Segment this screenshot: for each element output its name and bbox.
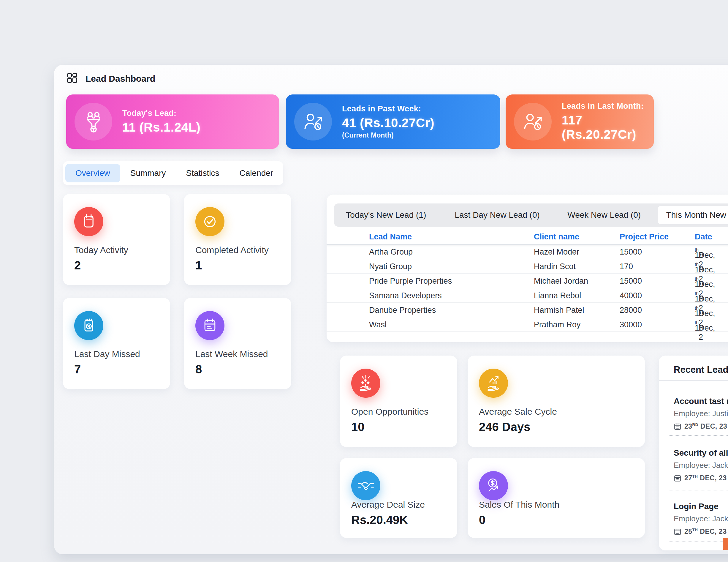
stat-label: Today's Lead: [122, 109, 200, 118]
tab-summary[interactable]: Summary [120, 164, 176, 182]
panel-title: Recent Lead Tas [674, 365, 728, 375]
cell-date: 18th Dec, 2 [695, 291, 699, 300]
list-item[interactable]: Login Page Employee: Jack 25TH DEC, 23 [674, 502, 728, 536]
card-label: Today Activity [74, 245, 128, 255]
divider [659, 380, 728, 381]
feedback-tag-button[interactable] [723, 538, 728, 550]
cell-client-name: Hazel Moder [534, 247, 579, 256]
card-label: Sales Of This Month [479, 500, 559, 510]
lead-table-panel: Today's New Lead (1) Last Day New Lead (… [327, 194, 728, 342]
table-row[interactable]: Artha Group Hazel Moder 15000 18th Dec, … [327, 244, 728, 259]
card-value: 8 [195, 363, 202, 376]
task-date: 23RD DEC, 23 [674, 422, 728, 430]
dotted-divider [668, 542, 728, 542]
cell-project-price: 40000 [620, 291, 642, 300]
column-date: Date [695, 232, 712, 241]
cell-lead-name: Artha Group [369, 247, 413, 256]
stat-label: Leads in Past Week: [342, 104, 434, 113]
cell-project-price: 15000 [620, 276, 642, 286]
tab-overview[interactable]: Overview [65, 164, 120, 182]
cell-date: 18th Dec, 2 [695, 247, 699, 256]
card-average-sale-cycle: Average Sale Cycle 246 Days [468, 356, 645, 447]
cell-date: 18th Dec, 2 [695, 320, 699, 330]
tab-statistics[interactable]: Statistics [176, 164, 230, 182]
calendar-icon [195, 311, 224, 340]
card-label: Last Day Missed [74, 349, 140, 359]
card-label: Last Week Missed [195, 349, 268, 359]
card-label: Open Opportunities [351, 407, 428, 417]
task-title: Account tast ma [674, 397, 728, 406]
calendar-icon [674, 423, 681, 430]
dashboard-grid-icon [66, 72, 78, 84]
table-row[interactable]: Samana Developers Lianna Rebol 40000 18t… [327, 288, 728, 303]
stat-value: 11 (Rs.1.24L) [122, 120, 200, 134]
calendar-icon [674, 528, 681, 536]
cell-client-name: Harmish Patel [534, 306, 584, 315]
table-row[interactable]: Wasl Pratham Roy 30000 18th Dec, 2 [327, 317, 728, 332]
stat-card-leads-past-week: Leads in Past Week: 41 (Rs.10.27Cr) (Cur… [286, 94, 500, 149]
person-growth-icon [514, 103, 552, 140]
card-today-activity: Today Activity 2 [63, 194, 170, 285]
notepad-cross-icon [74, 311, 103, 340]
column-client-name: Client name [534, 232, 579, 241]
table-row[interactable]: Nyati Group Hardin Scot 170 18th Dec, 2 [327, 259, 728, 273]
calendar-icon [674, 474, 681, 482]
hand-stars-icon [351, 369, 380, 398]
tab-calender[interactable]: Calender [230, 164, 284, 182]
stat-card-todays-lead: Today's Lead: 11 (Rs.1.24L) [66, 94, 279, 149]
cell-lead-name: Samana Developers [369, 291, 442, 300]
card-value: 1 [195, 259, 202, 272]
handshake-icon [351, 471, 380, 500]
card-sales-of-this-month: Sales Of This Month 0 [468, 458, 645, 538]
column-lead-name: Lead Name [369, 232, 412, 241]
recent-lead-tasks-panel: Recent Lead Tas Account tast ma Employee… [659, 356, 728, 550]
tab-last-day-new-lead[interactable]: Last Day New Lead (0) [438, 210, 556, 220]
cell-client-name: Lianna Rebol [534, 291, 581, 300]
list-item[interactable]: Account tast ma Employee: Justin 23RD DE… [674, 397, 728, 430]
card-completed-activity: Completed Activity 1 [184, 194, 291, 285]
card-value: Rs.20.49K [351, 513, 408, 527]
lead-funnel-icon [75, 103, 112, 140]
table-header: Lead Name Client name Project Price Date [327, 228, 728, 245]
tab-this-month-new-lead[interactable]: This Month New Lea [658, 206, 728, 224]
tab-week-new-lead[interactable]: Week New Lead (0) [556, 210, 652, 220]
card-value: 10 [351, 420, 365, 434]
dollar-growth-icon [479, 471, 508, 500]
card-value: 2 [74, 259, 81, 272]
card-value: 7 [74, 363, 81, 376]
card-average-deal-size: Average Deal Size Rs.20.49K [340, 458, 457, 538]
check-circle-icon [195, 207, 224, 236]
stat-value: 41 (Rs.10.27Cr) [342, 116, 434, 130]
column-project-price: Project Price [620, 232, 669, 241]
cell-client-name: Michael Jordan [534, 276, 588, 286]
tab-todays-new-lead[interactable]: Today's New Lead (1) [334, 210, 438, 220]
task-title: Security of all M [674, 448, 728, 458]
task-title: Login Page [674, 502, 728, 511]
cell-client-name: Pratham Roy [534, 320, 581, 330]
cell-client-name: Hardin Scot [534, 262, 576, 271]
list-item[interactable]: Security of all M Employee: Jack 27TH DE… [674, 448, 728, 482]
card-label: Average Sale Cycle [479, 407, 557, 417]
card-open-opportunities: Open Opportunities 10 [340, 356, 457, 447]
cell-lead-name: Nyati Group [369, 262, 412, 271]
clipboard-icon [74, 207, 103, 236]
table-row[interactable]: Danube Properties Harmish Patel 28000 18… [327, 303, 728, 317]
cell-lead-name: Pride Purple Properties [369, 276, 452, 286]
task-employee: Employee: Justin [674, 409, 728, 418]
cell-project-price: 15000 [620, 247, 642, 256]
table-row[interactable]: Pride Purple Properties Michael Jordan 1… [327, 273, 728, 288]
task-date: 25TH DEC, 23 [674, 528, 728, 536]
task-date: 27TH DEC, 23 [674, 474, 728, 482]
stat-card-leads-last-month: Leads in Last Month: 117 (Rs.20.27Cr) [506, 94, 654, 149]
cell-date: 18th Dec, 2 [695, 262, 699, 271]
card-value: 246 Days [479, 420, 530, 434]
nav-tabbar: Overview Summary Statistics Calender [63, 161, 283, 185]
dotted-divider [668, 490, 728, 490]
stat-note: (Current Month) [342, 131, 434, 139]
cell-project-price: 28000 [620, 306, 642, 315]
card-last-day-missed: Last Day Missed 7 [63, 298, 170, 389]
task-employee: Employee: Jack [674, 461, 728, 470]
cell-lead-name: Danube Properties [369, 306, 436, 315]
card-label: Average Deal Size [351, 500, 425, 510]
cell-project-price: 170 [620, 262, 633, 271]
